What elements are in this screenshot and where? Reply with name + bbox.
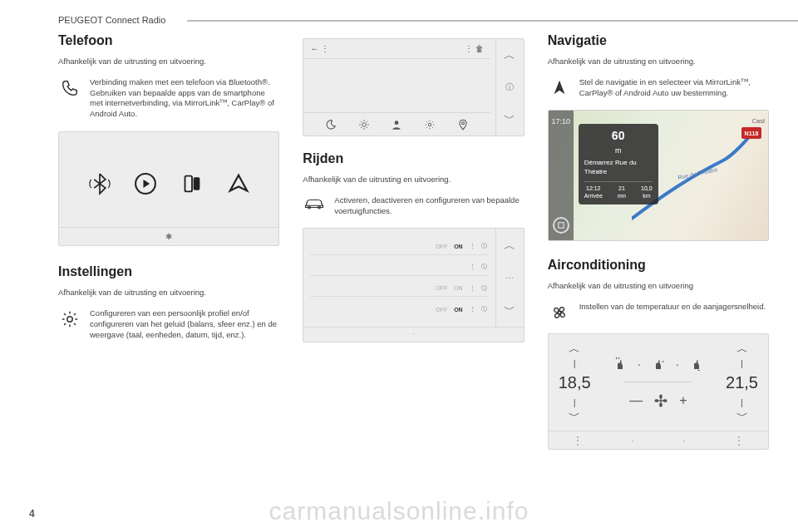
svg-point-5 [395,121,399,125]
header-rule [187,20,798,22]
section-desc-airco: Instellen van de temperatuur en de aanja… [579,302,769,313]
circle-play-icon [131,170,160,198]
moon-icon [325,119,337,131]
section-desc-telefoon: Verbinding maken met een telefoon via Bl… [90,77,279,120]
svg-rect-2 [194,177,200,190]
chevron-down-icon: ﹀ [504,111,515,126]
nav-distance-unit: m [615,146,622,155]
panel-drive-footer: . [303,327,523,342]
more-dots-icon: ⋮ [470,285,475,292]
panel-navigation-map: 17:10 60 m Démarrez Rue du Théatre 12:12… [548,110,769,241]
section-subtitle-instellingen: Afhankelijk van de uitrusting en uitvoer… [58,288,279,298]
settings-topbar-back: ← ⋮ [310,44,329,53]
nav-distance-value: 60 [612,129,625,142]
temp-down-right-icon: ﹀ [736,409,748,424]
settings-topbar-trash: ⋮ 🗑 [465,44,484,53]
temp-down-left-icon: ﹀ [569,409,580,424]
gear-small-icon [424,119,436,131]
nav-cast-label: Cast [752,117,765,125]
toggle-row: OFF ON ⋮ ⓘ [310,301,488,318]
bluetooth-signal-icon [86,170,114,198]
nav-instruction-card: 60 m Démarrez Rue du Théatre 12:12Arrivé… [579,124,658,204]
section-desc-rijden: Activeren, deactiveren en configureren v… [334,195,524,217]
svg-point-6 [428,123,431,126]
info-small-icon: ⓘ [481,305,487,313]
android-auto-icon [224,170,253,198]
section-desc-navigatie: Stel de navigatie in en selecteer via Mi… [579,77,769,99]
svg-rect-10 [558,223,563,228]
compass-arrow-icon [548,77,571,97]
toggle-on-label: ON [454,307,463,313]
toggle-on-label: ON [454,244,463,249]
phone-handset-icon [58,77,81,97]
nav-eta-mins: 21 [618,185,625,191]
panel-driving: OFF ON ⋮ ⓘ ⋮ ⓘ OFF ON ⋮ ⓘ [303,228,524,342]
section-title-navigatie: Navigatie [548,33,769,48]
nav-road-marker: N118 [741,127,761,139]
ellipsis-icon: ⋯ [505,273,514,283]
person-icon [391,119,402,131]
seat-airflow-icon [651,357,666,372]
nav-eta-mins-label: mn [618,193,626,199]
panel-phone: ✱ [58,131,279,246]
svg-point-4 [362,122,366,126]
toggle-off-label: OFF [436,307,447,313]
fan-center-icon [653,392,669,409]
toggle-on-label: ON [454,285,463,291]
section-title-rijden: Rijden [303,151,524,166]
svg-point-7 [461,121,464,124]
section-title-airco: Airconditioning [548,258,769,273]
nav-eta-km-label: km [643,193,650,199]
nav-eta-time: 12:12 [586,185,601,191]
panel-phone-footer: ✱ [59,227,278,245]
panel-settings: ← ⋮ ⋮ 🗑 [303,38,524,136]
bluetooth-small-icon: ✱ [165,232,172,241]
section-subtitle-rijden: Afhankelijk van de uitrusting en uitvoer… [303,175,524,185]
temp-up-right-icon: ︿ [736,342,748,357]
column-3: Navigatie Afhankelijk van de uitrusting … [548,33,769,499]
fan-minus: — [629,393,643,408]
section-desc-instellingen: Configureren van een persoonlijk profiel… [90,308,279,340]
chevron-up-icon: ︿ [504,239,515,254]
mirrorlink-icon [178,170,206,198]
chevron-down-icon: ﹀ [504,303,515,318]
info-small-icon: ⓘ [481,284,487,293]
info-small-icon: ⓘ [481,242,487,250]
section-title-instellingen: Instellingen [58,264,279,279]
section-subtitle-navigatie: Afhankelijk van de uitrusting en uitvoer… [548,57,769,67]
column-2: ← ⋮ ⋮ 🗑 [303,33,524,499]
svg-rect-1 [185,176,192,192]
section-subtitle-airco: Afhankelijk van de uitrusting en uitvoer… [548,281,769,292]
nav-clock: 17:10 [551,117,570,126]
stop-circle-icon [553,217,569,234]
nav-street-label: Rue du Théatre [677,166,717,180]
toggle-off-label: OFF [436,244,447,249]
more-dots-icon: ⋮ [470,264,475,270]
info-icon: ⓘ [505,81,514,93]
seat-airflow-icon [613,357,628,372]
toggle-row: OFF ON ⋮ ⓘ [310,280,488,297]
location-pin-icon [457,119,469,131]
toggle-row: ⋮ ⓘ [310,259,488,276]
info-small-icon: ⓘ [481,263,487,271]
svg-point-3 [67,317,72,322]
nav-eta-time-label: Arrivée [584,193,603,199]
brightness-icon [358,119,370,131]
chevron-up-icon: ︿ [504,48,515,63]
temp-up-left-icon: ︿ [569,342,580,357]
header-title: PEUGEOT Connect Radio [58,15,165,25]
temp-left-value: 18,5 [559,373,591,392]
temp-right-value: 21,5 [726,373,758,392]
more-dots-icon: ⋮ [470,243,475,249]
ac-footer: ⋮··⋮ [549,431,768,449]
nav-instruction-text: Démarrez Rue du Théatre [584,159,653,176]
column-1: Telefoon Afhankelijk van de uitrusting e… [58,33,279,499]
fan-plus: + [679,393,687,408]
seat-airflow-icon [689,357,704,372]
car-icon [303,195,326,210]
gear-icon [58,308,81,328]
svg-point-12 [659,399,662,401]
panel-airconditioning: ︿ | 18,5 | ﹀ · · [548,333,769,450]
section-subtitle-telefoon: Afhankelijk van de uitrusting en uitvoer… [58,57,279,67]
fan-icon [548,302,571,322]
